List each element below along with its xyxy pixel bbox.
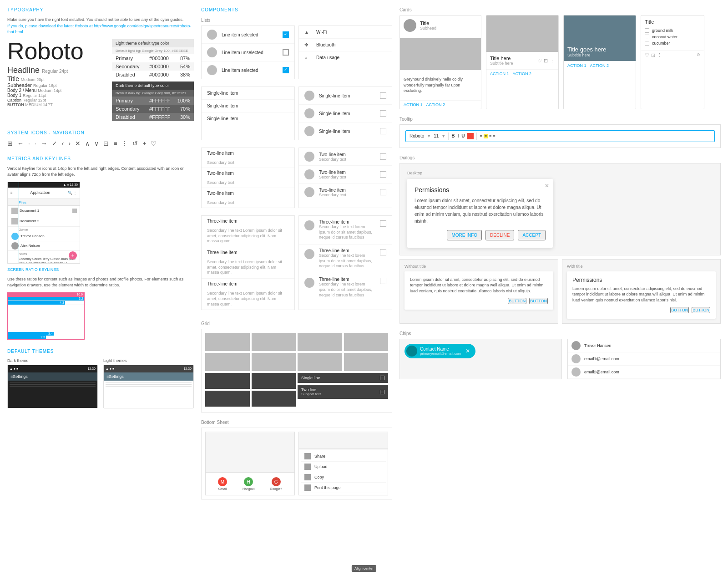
icon-chevron-left[interactable]: ‹ — [62, 140, 64, 147]
ratio-bottom-bars: 3:4 — [8, 332, 84, 336]
with-title-btn2[interactable]: BUTTON — [692, 307, 710, 313]
icon-more[interactable]: ⋮ — [121, 140, 128, 147]
icon-check[interactable]: ✓ — [52, 140, 57, 147]
typography-title: TYPOGRAPHY — [7, 7, 194, 12]
icon-dot2[interactable]: · — [35, 140, 36, 147]
bluetooth-icon: ✤ — [304, 42, 312, 47]
grid-dark-row2 — [205, 391, 296, 407]
card-4-heart-icon[interactable]: ♡ — [645, 52, 649, 58]
desktop-label: Desktop — [407, 171, 713, 175]
dark-status-bar: ▲ ● ■ 12:30 — [8, 365, 97, 372]
grid-cell-8 — [344, 353, 389, 371]
ratio-spacer — [8, 305, 84, 332]
align-left[interactable]: ≡ — [480, 134, 482, 138]
grid-cell-2 — [252, 333, 296, 351]
italic-button[interactable]: I — [457, 133, 459, 138]
dialog-box: ✕ Permissions Lorem ipsum dolor sit amet… — [407, 179, 553, 248]
card-1-action2[interactable]: ACTION 2 — [426, 102, 445, 107]
with-title-btn1[interactable]: BUTTON — [670, 307, 689, 313]
icon-menu[interactable]: ≡ — [113, 140, 117, 147]
chip-close-icon[interactable]: ✕ — [465, 348, 470, 354]
icon-forward[interactable]: → — [41, 140, 47, 147]
without-title-btn1[interactable]: BUTTON — [508, 298, 526, 304]
dialogs-title: Dialogs — [399, 155, 721, 160]
more-info-button[interactable]: MORE INFO — [447, 230, 482, 240]
icon-grid[interactable]: ⊞ — [7, 140, 13, 147]
two-avatar-1: Two-line item Secondary text — [299, 148, 392, 166]
align-center[interactable]: ≡ Align center — [484, 134, 488, 138]
bold-button[interactable]: B — [451, 133, 455, 138]
icon-up[interactable]: ∧ — [85, 140, 90, 147]
dark-content — [8, 381, 97, 408]
chips-demo-right: Trevor Hansen email1@email.com email2@em… — [567, 339, 721, 379]
check-item-3: cucumber — [645, 40, 700, 46]
icon-close[interactable]: ✕ — [75, 140, 81, 147]
decline-button[interactable]: DECLINE — [485, 230, 514, 240]
light-content — [104, 381, 193, 408]
keyline-demo: ▲ ● 12:30 ≡ Application 🔍 ⋮ Files Docume… — [7, 182, 194, 264]
align-right[interactable]: ≡ — [489, 134, 491, 138]
grid-cell-4 — [344, 333, 389, 351]
icon-add[interactable]: + — [142, 140, 146, 147]
grid-dark-cell-3 — [205, 391, 250, 407]
single-item-2: Single-line item — [202, 100, 294, 112]
card-3: Title goes here Subtitle here ACTION 1 A… — [563, 15, 636, 109]
icon-chevron-right[interactable]: › — [68, 140, 71, 147]
grid-row-1 — [205, 333, 388, 351]
three-avatar-check-1 — [380, 220, 386, 227]
list-three-avatar-box: Three-line item Secondary line text lore… — [298, 215, 392, 310]
card-1-body: Title Subhead — [400, 15, 481, 38]
icon-dot1[interactable]: · — [28, 140, 30, 147]
card-4-share-icon[interactable]: ⋮ — [657, 52, 662, 58]
themes-row: Dark theme ▲ ● ■ 12:30 ≡ Settings — [7, 358, 194, 408]
icon-fullscreen[interactable]: ⊡ — [103, 140, 109, 147]
fab-button[interactable]: + — [69, 251, 77, 260]
card-2-heart-icon[interactable]: ♡ — [537, 58, 542, 64]
dialog-close-button[interactable]: ✕ — [545, 183, 549, 189]
card-2-media — [486, 15, 558, 52]
bottom-sheet-section: Bottom Sheet M Gmail H Hangout — [201, 420, 392, 499]
card-2-bookmark-icon[interactable]: ⊡ — [544, 58, 548, 64]
icon-heart[interactable]: ♡ — [151, 140, 157, 147]
chips-demo-left: Contact Name primaryemail@email.com ✕ — [399, 339, 562, 379]
icon-down[interactable]: ∨ — [94, 140, 99, 147]
contact-chip[interactable]: Contact Name primaryemail@email.com ✕ — [404, 344, 475, 358]
checkbox-unchecked[interactable] — [283, 49, 289, 56]
bs-icon-box: M Gmail H Hangout G Google+ — [205, 432, 295, 495]
card-1-action1[interactable]: ACTION 1 — [404, 102, 423, 107]
light-theme-phone: ▲ ● ■ 12:30 ≡ Settings — [103, 365, 194, 408]
without-title-btn2[interactable]: BUTTON — [529, 298, 548, 304]
grid-cell-3 — [298, 333, 342, 351]
checkbox-checked-3[interactable] — [283, 67, 289, 73]
single-check-3 — [380, 128, 386, 134]
color-tables: Light theme default type color Default l… — [112, 39, 194, 121]
single-avatar-1: Single-line item — [299, 87, 392, 105]
list-avatar-3 — [207, 65, 217, 75]
card-2-action1[interactable]: ACTION 1 — [490, 71, 509, 76]
card-2-action2[interactable]: ACTION 2 — [513, 71, 532, 76]
align-justify[interactable]: ≡ — [493, 134, 495, 138]
cards-section: Cards Title Subhead — [399, 7, 721, 109]
three-avatar-icon-1 — [304, 220, 314, 230]
check-box-1 — [645, 28, 649, 33]
list-wifi-2: ✤ Bluetooth — [299, 39, 392, 51]
bs-top-area — [206, 432, 294, 472]
ratio-mockup: 16:9 3:2 4:3 3:4 2:3 — [7, 292, 85, 340]
bs-gmail-icon: M Gmail — [218, 477, 227, 490]
card-2-share-icon[interactable]: ⋮ — [550, 58, 555, 64]
list-checked-1: Line item selected — [202, 26, 294, 44]
icon-back[interactable]: ← — [17, 140, 24, 147]
single-check-1 — [380, 92, 386, 99]
check-item-1: ground milk — [645, 27, 700, 34]
dark-appbar: ≡ Settings — [8, 372, 97, 381]
card-3-action2[interactable]: ACTION 2 — [590, 63, 609, 68]
chip-contact-avatar-1 — [571, 341, 581, 350]
underline-button[interactable]: U — [461, 133, 465, 138]
card-3-action1[interactable]: ACTION 1 — [567, 63, 586, 68]
icon-refresh[interactable]: ↺ — [132, 140, 138, 147]
color-button[interactable] — [467, 133, 474, 139]
checkbox-checked-1[interactable] — [283, 31, 289, 38]
card-4-bookmark-icon[interactable]: ⊡ — [651, 52, 655, 58]
two-avatar-icon-1 — [304, 152, 314, 162]
accept-button[interactable]: ACCEPT — [518, 230, 546, 240]
